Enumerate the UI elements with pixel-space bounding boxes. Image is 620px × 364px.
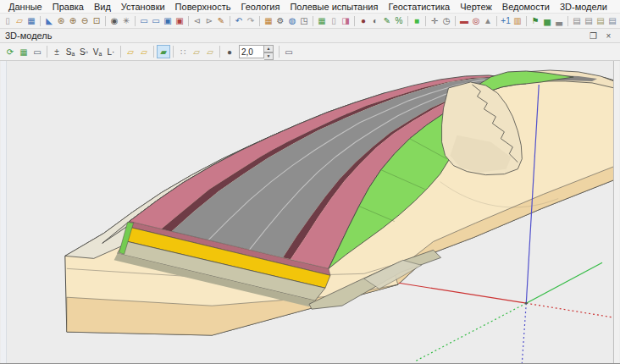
surface-panel-icon[interactable]: ■ — [411, 14, 423, 27]
toolbar-separator — [47, 46, 47, 58]
menu-item-1[interactable]: Правка — [47, 2, 89, 12]
info-icon[interactable]: ◍ — [286, 14, 298, 27]
menu-item-2[interactable]: Вид — [89, 2, 116, 12]
report-3-icon[interactable]: ▤ — [595, 14, 606, 27]
surfaces-visible-icon[interactable]: ▰ — [157, 45, 170, 58]
toolbar-separator — [153, 46, 154, 58]
toolbar-separator — [354, 16, 355, 26]
sphere-shade-icon[interactable]: ● — [223, 45, 236, 58]
target-point-icon[interactable]: ◎ — [470, 14, 482, 27]
surface-folder-2-icon[interactable]: ▱ — [137, 45, 151, 58]
panel-toolbar-icons: ⟳▦▭±SₐS▫VₐL·▱▱▰∷▱▱● — [3, 45, 236, 58]
compass-icon[interactable]: ◷ — [440, 14, 452, 27]
save-file-icon[interactable]: ▦ — [25, 14, 37, 27]
main-toolbar: ▯▱▦◣⊛⊕⊖⊡◉✳▭▭▣▣⊲⊳✎↶↷▦⚙◍◳▦▯◨●◐✎%■✛◷▬◎▲+1▥⚑… — [0, 14, 620, 29]
histogram-icon[interactable]: ▥ — [512, 14, 523, 27]
toolbar-separator — [425, 16, 426, 26]
view-card-1-icon[interactable]: ▭ — [138, 14, 150, 27]
zoom-window-icon[interactable]: ⊡ — [91, 14, 102, 27]
float-window-icon[interactable]: ❐ — [587, 30, 600, 41]
capture-view-icon[interactable]: ▭ — [282, 45, 296, 58]
toolbar-separator — [219, 46, 220, 58]
slope-percent-icon[interactable]: % — [393, 14, 405, 27]
image-folder-icon[interactable]: ▦ — [263, 14, 274, 27]
panel-toolbar-icons-after: ▭ — [276, 45, 296, 58]
surface-label-sq-icon[interactable]: S▫ — [77, 45, 91, 58]
3d-scene[interactable] — [0, 61, 620, 363]
close-icon[interactable]: × — [602, 30, 615, 41]
toolbar-separator — [120, 46, 121, 58]
chart-green-icon[interactable]: ▅ — [541, 14, 553, 27]
toolbar-separator — [496, 16, 497, 26]
panel-toolbar: ⟳▦▭±SₐS▫VₐL·▱▱▰∷▱▱● ▲ ▼ ▭ — [0, 43, 620, 61]
borehole-pair-icon[interactable]: ▲ — [482, 14, 494, 27]
point-marker-icon[interactable]: ● — [357, 14, 369, 27]
add-one-icon[interactable]: +1 — [500, 14, 512, 27]
viewport-3d[interactable] — [0, 61, 620, 364]
settings-tools-icon[interactable]: ⚙ — [274, 14, 286, 27]
menu-item-9[interactable]: Ведомости — [497, 2, 555, 12]
flag-green-icon[interactable]: ⚑ — [529, 14, 541, 27]
zoom-in-icon[interactable]: ⊕ — [67, 14, 79, 27]
scale-spinbox: ▲ ▼ — [239, 45, 274, 58]
toolbar-separator — [230, 16, 230, 26]
edit-confirm-icon[interactable]: ✎ — [381, 14, 393, 27]
toolbar-separator — [567, 16, 568, 26]
spin-up-button[interactable]: ▲ — [264, 45, 274, 52]
sphere-move-icon[interactable]: ◐ — [369, 14, 381, 27]
orbit-view-icon[interactable]: ◉ — [108, 14, 120, 27]
new-document-icon[interactable]: ▯ — [2, 14, 14, 27]
toolbar-separator — [455, 16, 456, 26]
print-blue-icon[interactable]: ▣ — [162, 14, 174, 27]
section-marks-icon[interactable]: ∷ — [176, 45, 190, 58]
panel-title: 3D-модель — [5, 30, 584, 41]
toolbar-separator — [313, 16, 313, 26]
toolbar-separator — [105, 16, 106, 26]
redo-icon[interactable]: ↷ — [245, 14, 257, 27]
toolbar-separator — [40, 16, 41, 26]
report-1-icon[interactable]: ▤ — [571, 14, 583, 27]
length-label-icon[interactable]: L· — [104, 45, 118, 58]
chart-gray-icon[interactable]: ▃ — [553, 14, 565, 27]
zoom-dynamic-icon[interactable]: ⊛ — [55, 14, 67, 27]
screen-view-icon[interactable]: ▭ — [30, 45, 44, 58]
flat-folder-1-icon[interactable]: ▱ — [190, 45, 203, 58]
fit-extents-icon[interactable]: ✳ — [120, 14, 132, 27]
menu-item-6[interactable]: Полевые испытания — [285, 2, 383, 12]
toolbar-separator — [259, 16, 260, 26]
sheet-view-icon[interactable]: ▯ — [328, 14, 340, 27]
select-cursor-icon[interactable]: ◣ — [43, 14, 55, 27]
open-file-icon[interactable]: ▱ — [14, 14, 25, 27]
axis-scale-icon[interactable]: ± — [50, 45, 64, 58]
surface-folder-1-icon[interactable]: ▱ — [124, 45, 137, 58]
menu-item-10[interactable]: 3D-модели — [555, 2, 612, 12]
zoom-next-icon[interactable]: ⊳ — [203, 14, 215, 27]
refresh-view-icon[interactable]: ⟳ — [3, 45, 17, 58]
menu-item-4[interactable]: Поверхность — [170, 2, 236, 12]
layers-view-icon[interactable]: ▦ — [17, 45, 30, 58]
undo-icon[interactable]: ↶ — [233, 14, 245, 27]
scale-input[interactable] — [239, 45, 264, 58]
spin-down-button[interactable]: ▼ — [264, 52, 274, 60]
table-view-icon[interactable]: ▦ — [316, 14, 328, 27]
zoom-out-icon[interactable]: ⊖ — [79, 14, 91, 27]
report-2-icon[interactable]: ▤ — [583, 14, 595, 27]
print-red-icon[interactable]: ▣ — [174, 14, 185, 27]
toolbar-separator — [526, 16, 527, 26]
zoom-prev-icon[interactable]: ⊲ — [191, 14, 203, 27]
menu-item-3[interactable]: Установки — [116, 2, 170, 12]
sheet-add-icon[interactable]: ◨ — [340, 14, 352, 27]
menu-item-5[interactable]: Геология — [235, 2, 285, 12]
menu-item-0[interactable]: Данные — [3, 2, 47, 12]
menu-item-7[interactable]: Геостатистика — [383, 2, 455, 12]
select-region-icon[interactable]: ◳ — [298, 14, 310, 27]
profile-line-icon[interactable]: ▬ — [458, 14, 470, 27]
report-4-icon[interactable]: ▤ — [606, 14, 618, 27]
volume-label-icon[interactable]: Vₐ — [91, 45, 104, 58]
surface-label-sa-icon[interactable]: Sₐ — [64, 45, 77, 58]
flat-folder-2-icon[interactable]: ▱ — [203, 45, 217, 58]
menu-item-8[interactable]: Чертеж — [455, 2, 497, 12]
move-cross-icon[interactable]: ✛ — [429, 14, 440, 27]
view-card-2-icon[interactable]: ▭ — [150, 14, 162, 27]
edit-pencil-icon[interactable]: ✎ — [215, 14, 227, 27]
